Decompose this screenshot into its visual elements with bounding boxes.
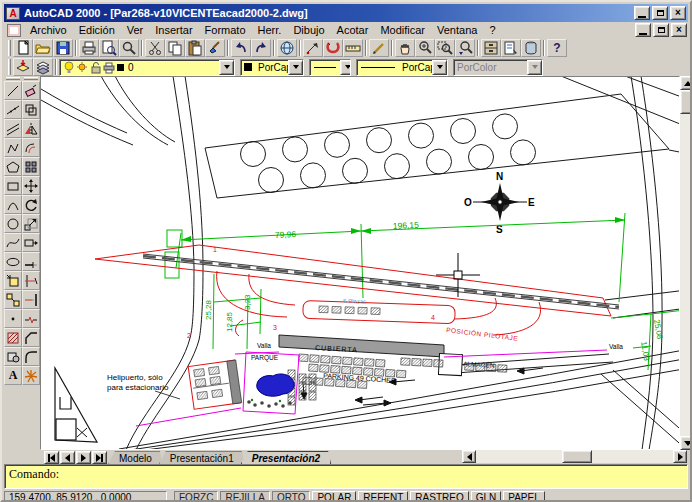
linetype-combo[interactable]: PorCapa (309, 59, 351, 76)
lengthen-tool[interactable] (22, 252, 40, 271)
toolbar-grip[interactable] (24, 77, 38, 80)
move-tool[interactable] (22, 176, 40, 195)
horizontal-scroll-thumb[interactable] (562, 450, 592, 463)
match-properties-button[interactable] (205, 39, 225, 57)
toggle-polar[interactable]: POLAR (312, 491, 356, 502)
close-button[interactable]: × (670, 6, 686, 20)
toolbar-grip[interactable] (8, 59, 11, 75)
command-prompt[interactable]: Comando: (9, 467, 683, 482)
doc-restore-button[interactable] (653, 23, 669, 37)
hatch-tool[interactable] (4, 328, 22, 347)
explode-tool[interactable] (22, 366, 40, 385)
vertical-scrollbar[interactable] (680, 76, 692, 450)
next-tab-button[interactable] (76, 451, 91, 464)
menu-dibujo[interactable]: Dibujo (287, 23, 330, 37)
tab-presentacion2[interactable]: Presentación2 (241, 451, 331, 464)
menu-insertar[interactable]: Insertar (149, 23, 198, 37)
multiline-text-tool[interactable]: A (4, 366, 22, 385)
save-button[interactable] (53, 39, 73, 57)
tab-modelo[interactable]: Modelo (108, 451, 163, 464)
tab-presentacion1[interactable]: Presentación1 (159, 451, 245, 464)
layers-button[interactable] (33, 58, 53, 76)
rectangle-tool[interactable] (4, 176, 22, 195)
trim-tool[interactable] (22, 271, 40, 290)
make-block-tool[interactable] (4, 290, 22, 309)
copy-object-tool[interactable] (22, 100, 40, 119)
polyline-tool[interactable] (4, 138, 22, 157)
array-tool[interactable] (22, 157, 40, 176)
restore-button[interactable] (652, 6, 668, 20)
construction-line-tool[interactable] (4, 100, 22, 119)
break-tool[interactable] (22, 309, 40, 328)
toggle-rejilla[interactable]: REJILLA (220, 491, 269, 502)
toggle-forzc[interactable]: FORZC (174, 491, 218, 502)
circle-tool[interactable] (4, 214, 22, 233)
vertical-scroll-thumb[interactable] (680, 90, 692, 114)
scroll-right-button[interactable] (673, 450, 687, 463)
doc-close-button[interactable]: × (671, 23, 687, 37)
line-tool[interactable] (4, 81, 22, 100)
plot-preview-button[interactable] (99, 39, 119, 57)
redraw-button[interactable] (369, 39, 389, 57)
new-button[interactable] (13, 39, 33, 57)
extend-tool[interactable] (22, 290, 40, 309)
plot-button[interactable] (79, 39, 99, 57)
menu-ver[interactable]: Ver (121, 23, 150, 37)
toggle-gln[interactable]: GLN (471, 491, 502, 502)
rotate-tool[interactable] (22, 195, 40, 214)
menu-ayuda[interactable]: ? (483, 23, 501, 37)
drawing-canvas[interactable]: N S E O (40, 76, 680, 450)
command-line-window[interactable]: Comando: (4, 464, 688, 489)
color-combo[interactable]: PorCapa (240, 59, 304, 76)
last-tab-button[interactable] (92, 451, 107, 464)
layer-combo[interactable]: 0 (59, 59, 235, 76)
offset-tool[interactable] (22, 138, 40, 157)
adcenter-button[interactable] (481, 39, 501, 57)
cut-button[interactable] (145, 39, 165, 57)
lineweight-combo[interactable]: PorCapa (356, 59, 448, 76)
first-tab-button[interactable] (44, 451, 59, 464)
chamfer-tool[interactable] (22, 328, 40, 347)
mirror-tool[interactable] (22, 119, 40, 138)
toggle-rastreo[interactable]: RASTREO (410, 491, 468, 502)
zoom-window-button[interactable] (435, 39, 455, 57)
arc-tool[interactable] (4, 195, 22, 214)
open-button[interactable] (33, 39, 53, 57)
menu-acotar[interactable]: Acotar (331, 23, 375, 37)
undo-button[interactable] (231, 39, 251, 57)
menu-formato[interactable]: Formato (199, 23, 252, 37)
fillet-tool[interactable] (22, 347, 40, 366)
scroll-left-button[interactable] (462, 450, 476, 463)
coordinate-readout[interactable]: 159.4700, 85.9120 , 0.0000 (4, 491, 167, 502)
scale-tool[interactable] (22, 214, 40, 233)
redo-button[interactable] (251, 39, 271, 57)
mult iline-tool[interactable] (4, 119, 22, 138)
scroll-down-button[interactable] (680, 436, 692, 450)
pan-realtime-button[interactable] (395, 39, 415, 57)
title-bar[interactable]: A AutoCAD 2000 - [Par268-v10VICENTEacad2… (4, 4, 688, 22)
properties-button[interactable] (501, 39, 521, 57)
region-tool[interactable] (4, 347, 22, 366)
dropdown-button[interactable] (219, 60, 234, 75)
make-object-layer-current-button[interactable] (13, 58, 33, 76)
copy-button[interactable] (165, 39, 185, 57)
help-button[interactable]: ? (547, 39, 567, 57)
horizontal-scrollbar[interactable] (462, 450, 687, 463)
dropdown-button[interactable] (432, 60, 447, 75)
toggle-papel[interactable]: PAPEL (503, 491, 545, 502)
insert-block-tool[interactable] (4, 271, 22, 290)
toggle-refent[interactable]: REFENT (358, 491, 408, 502)
point-tool[interactable] (4, 309, 22, 328)
dbconnect-button[interactable] (521, 39, 541, 57)
prev-tab-button[interactable] (60, 451, 75, 464)
ellipse-tool[interactable] (4, 252, 22, 271)
menu-herr[interactable]: Herr. (252, 23, 288, 37)
menu-modificar[interactable]: Modificar (374, 23, 431, 37)
menu-archivo[interactable]: Archivo (24, 23, 73, 37)
stretch-tool[interactable] (22, 233, 40, 252)
drawing[interactable]: N S E O (41, 77, 679, 449)
polygon-tool[interactable] (4, 157, 22, 176)
erase-tool[interactable] (22, 81, 40, 100)
find-button[interactable] (119, 39, 139, 57)
distance-button[interactable] (343, 39, 363, 57)
